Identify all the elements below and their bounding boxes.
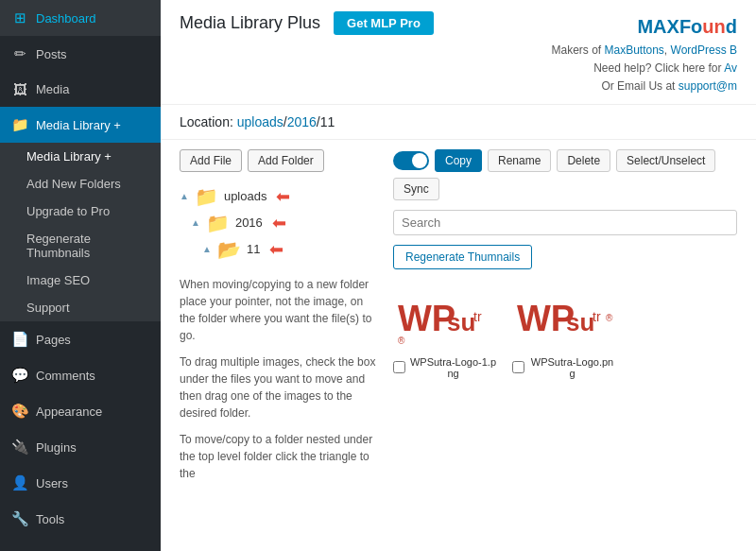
- wpsutra-logo-svg-2: WP su tr ®: [515, 285, 614, 352]
- add-folder-button[interactable]: Add Folder: [248, 149, 324, 172]
- help-text-1: When moving/copying to a new folder plac…: [180, 276, 378, 344]
- brand-tagline: MAXFound: [551, 11, 737, 42]
- rename-button[interactable]: Rename: [488, 149, 551, 172]
- add-file-button[interactable]: Add File: [180, 149, 242, 172]
- submenu-item-support[interactable]: Support: [0, 294, 161, 321]
- sidebar-item-comments[interactable]: 💬 Comments: [0, 357, 161, 393]
- copy-button[interactable]: Copy: [435, 149, 482, 172]
- sidebar: ⊞ Dashboard ✏ Posts 🖼 Media 📁 Media Libr…: [0, 0, 161, 551]
- submenu-item-add-new-folders[interactable]: Add New Folders: [0, 170, 161, 198]
- svg-text:su: su: [566, 308, 594, 336]
- header-left: Media Library Plus Get MLP Pro: [180, 11, 434, 35]
- location-bar: Location: uploads/2016/11: [161, 105, 756, 140]
- appearance-icon: 🎨: [11, 403, 28, 420]
- sidebar-item-plugins[interactable]: 🔌 Plugins: [0, 429, 161, 465]
- image-grid: WP su tr ® WPSutra-Logo-1.png: [393, 281, 737, 379]
- image-checkbox-row-1: WPSutra-Logo-1.png: [393, 356, 497, 379]
- tree-expand-uploads: ▲: [180, 191, 189, 201]
- sidebar-item-users[interactable]: 👤 Users: [0, 465, 161, 501]
- help-link[interactable]: Av: [724, 61, 737, 75]
- svg-text:®: ®: [398, 336, 405, 346]
- media-library-plus-icon: 📁: [11, 116, 28, 133]
- image-checkbox-1[interactable]: [393, 361, 405, 373]
- content-area: Add File Add Folder ▲ 📁 uploads ⬅ ▲ 📁 20…: [161, 140, 756, 501]
- sidebar-item-tools[interactable]: 🔧 Tools: [0, 501, 161, 537]
- sidebar-item-media-library-plus[interactable]: 📁 Media Library +: [0, 107, 161, 143]
- select-unselect-button[interactable]: Select/Unselect: [616, 149, 715, 172]
- folder-icon-2016: 📁: [206, 212, 230, 234]
- svg-text:®: ®: [606, 313, 613, 323]
- location-current: 11: [320, 114, 335, 129]
- arrow-uploads: ⬅: [276, 186, 290, 207]
- regenerate-thumbnails-button[interactable]: Regenerate Thumnails: [393, 245, 532, 269]
- image-thumb-2: WP su tr ®: [512, 281, 616, 356]
- dashboard-icon: ⊞: [11, 9, 28, 26]
- main-content: Media Library Plus Get MLP Pro MAXFound …: [161, 0, 756, 551]
- toolbar: Copy Rename Delete Select/Unselect Sync: [393, 149, 737, 200]
- submenu-item-image-seo[interactable]: Image SEO: [0, 267, 161, 294]
- folder-item-2016[interactable]: ▲ 📁 2016 ⬅: [191, 210, 378, 236]
- tree-expand-2016: ▲: [191, 217, 200, 228]
- page-title: Media Library Plus: [180, 13, 320, 33]
- brand-name: MAXFound: [637, 16, 737, 37]
- brand-email: Or Email Us at support@m: [551, 77, 737, 95]
- toggle-knob: [412, 153, 427, 168]
- wpsutra-logo-svg-1: WP su tr ®: [396, 285, 495, 352]
- folder-icon-11: 📂: [217, 238, 241, 261]
- email-link[interactable]: support@m: [679, 79, 737, 93]
- media-library-submenu: Media Library + Add New Folders Upgrade …: [0, 143, 161, 321]
- users-icon: 👤: [11, 474, 28, 491]
- wordpress-link[interactable]: WordPress B: [671, 43, 737, 57]
- image-checkbox-row-2: WPSutra-Logo.png: [512, 356, 616, 379]
- submenu-item-media-library-plus[interactable]: Media Library +: [0, 143, 161, 170]
- search-input[interactable]: [393, 210, 737, 235]
- plugins-icon: 🔌: [11, 439, 28, 456]
- submenu-item-upgrade-to-pro[interactable]: Upgrade to Pro: [0, 198, 161, 225]
- sidebar-item-dashboard[interactable]: ⊞ Dashboard: [0, 0, 161, 36]
- location-uploads-link[interactable]: uploads: [237, 114, 284, 129]
- sidebar-item-media[interactable]: 🖼 Media: [0, 72, 161, 107]
- left-panel: Add File Add Folder ▲ 📁 uploads ⬅ ▲ 📁 20…: [180, 149, 378, 491]
- posts-icon: ✏: [11, 45, 28, 62]
- right-panel: Copy Rename Delete Select/Unselect Sync …: [393, 149, 737, 491]
- brand-help: Need help? Click here for Av: [551, 60, 737, 77]
- get-mlp-pro-button[interactable]: Get MLP Pro: [334, 11, 434, 35]
- arrow-2016: ⬅: [272, 213, 286, 233]
- folder-label-uploads: uploads: [224, 189, 267, 203]
- folder-tree: ▲ 📁 uploads ⬅ ▲ 📁 2016 ⬅ ▲ 📂 11 ⬅: [180, 183, 378, 263]
- header-right: MAXFound Makers of MaxButtons, WordPress…: [551, 11, 737, 96]
- image-item-1: WP su tr ® WPSutra-Logo-1.png: [393, 281, 497, 379]
- svg-text:su: su: [447, 308, 475, 336]
- image-label-1: WPSutra-Logo-1.png: [409, 356, 497, 379]
- folder-label-11: 11: [247, 242, 260, 256]
- submenu-item-regenerate-thumbnails[interactable]: Regenerate Thumbnails: [0, 225, 161, 267]
- folder-icon-uploads: 📁: [195, 185, 218, 208]
- help-text-3: To move/copy to a folder nested under th…: [180, 431, 378, 482]
- tree-expand-11: ▲: [202, 244, 212, 254]
- image-thumb-1: WP su tr ®: [393, 281, 497, 356]
- folder-label-2016: 2016: [235, 215, 263, 230]
- comments-icon: 💬: [11, 367, 28, 384]
- arrow-11: ⬅: [269, 239, 284, 260]
- tools-icon: 🔧: [11, 510, 28, 527]
- delete-button[interactable]: Delete: [557, 149, 610, 172]
- copy-toggle[interactable]: [393, 151, 429, 170]
- location-2016-link[interactable]: 2016: [287, 114, 317, 129]
- sidebar-item-pages[interactable]: 📄 Pages: [0, 321, 161, 357]
- maxbuttons-link[interactable]: MaxButtons: [604, 43, 663, 57]
- folder-item-uploads[interactable]: ▲ 📁 uploads ⬅: [180, 183, 378, 210]
- image-checkbox-2[interactable]: [512, 361, 524, 373]
- sidebar-item-posts[interactable]: ✏ Posts: [0, 36, 161, 72]
- media-icon: 🖼: [11, 81, 28, 97]
- image-label-2: WPSutra-Logo.png: [528, 356, 616, 379]
- sync-button[interactable]: Sync: [393, 178, 439, 200]
- brand-makers: Makers of MaxButtons, WordPress B: [551, 42, 737, 60]
- image-item-2: WP su tr ® WPSutra-Logo.png: [512, 281, 616, 379]
- folder-item-11[interactable]: ▲ 📂 11 ⬅: [202, 236, 378, 263]
- folder-actions: Add File Add Folder: [180, 149, 378, 172]
- svg-text:tr: tr: [593, 309, 601, 324]
- help-text-2: To drag multiple images, check the box u…: [180, 353, 378, 422]
- sidebar-item-appearance[interactable]: 🎨 Appearance: [0, 393, 161, 429]
- plugin-header: Media Library Plus Get MLP Pro MAXFound …: [161, 0, 756, 105]
- pages-icon: 📄: [11, 331, 28, 348]
